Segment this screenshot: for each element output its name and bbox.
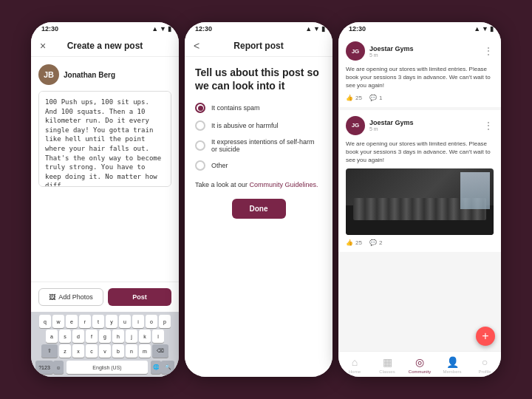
feed-post-text-1: We are opening our stores with limited e…	[346, 65, 494, 90]
members-icon: 👤	[446, 356, 459, 368]
like-count-1: 25	[355, 95, 362, 101]
radio-option-abusive[interactable]: It is abusive or harmful	[195, 120, 322, 131]
like-count-2: 25	[355, 239, 362, 246]
nav-community-label: Community	[409, 369, 431, 374]
back-icon[interactable]: <	[194, 40, 207, 52]
nav-members[interactable]: 👤 Members	[436, 356, 468, 374]
community-guidelines-link[interactable]: Community Guidelines.	[250, 181, 318, 188]
radio-selfharm-label: It expresses intentions of self-harm or …	[211, 138, 322, 153]
key-k[interactable]: k	[139, 330, 151, 343]
radio-option-spam[interactable]: It contains spam	[195, 103, 322, 113]
key-a[interactable]: a	[46, 330, 58, 343]
image-icon: 🖼	[49, 293, 55, 301]
post-textarea[interactable]: 100 Push ups, 100 sit ups. And 100 squat…	[38, 91, 171, 187]
feed-scroll: JG Joestar Gyms 5 m ⋮ We are opening our…	[338, 35, 501, 351]
radio-abusive-label: It is abusive or harmful	[211, 122, 279, 129]
key-c[interactable]: c	[86, 344, 98, 358]
add-photos-button[interactable]: 🖼 Add Photos	[38, 288, 103, 306]
community-icon: ◎	[415, 356, 424, 368]
create-post-title: Create a new post	[53, 41, 157, 51]
key-t[interactable]: t	[92, 315, 104, 328]
wifi-icon-3: ▼	[482, 25, 488, 33]
more-options-icon-1[interactable]: ⋮	[483, 45, 494, 57]
phone-report-post: 12:30 ▲ ▼ ▮ < Report post Tell us about …	[185, 22, 332, 377]
radio-option-selfharm[interactable]: It expresses intentions of self-harm or …	[195, 138, 322, 153]
key-e[interactable]: e	[66, 315, 78, 328]
nav-home[interactable]: ⌂ Home	[338, 356, 371, 374]
radio-spam-inner	[198, 106, 203, 111]
battery-icon-3: ▮	[490, 25, 494, 33]
like-button-2[interactable]: 👍 25	[346, 239, 362, 246]
key-d[interactable]: d	[72, 330, 84, 343]
close-icon[interactable]: ×	[40, 40, 53, 52]
report-post-header: < Report post	[185, 35, 332, 57]
status-time-2: 12:30	[195, 25, 212, 33]
key-m[interactable]: m	[139, 344, 151, 358]
fab-button[interactable]: +	[476, 327, 495, 346]
nav-community[interactable]: ◎ Community	[403, 356, 436, 374]
key-o[interactable]: o	[146, 315, 157, 328]
key-q[interactable]: q	[39, 315, 51, 328]
comment-count-2: 2	[379, 239, 382, 246]
key-backspace[interactable]: ⌫	[152, 344, 168, 358]
key-g[interactable]: g	[99, 330, 111, 343]
key-shift[interactable]: ⇧	[41, 344, 58, 358]
key-z[interactable]: z	[59, 344, 71, 358]
comment-button-1[interactable]: 💬 1	[369, 95, 382, 101]
key-w[interactable]: w	[52, 315, 64, 328]
key-l[interactable]: l	[152, 330, 164, 343]
key-search[interactable]: 🔍	[161, 361, 174, 374]
key-v[interactable]: v	[99, 344, 111, 358]
status-time-3: 12:30	[349, 25, 366, 33]
feed-post-actions-2: 👍 25 💬 2	[346, 239, 494, 246]
like-button-1[interactable]: 👍 25	[346, 95, 362, 101]
feed-post-meta-1: Joestar Gyms 5 m	[369, 45, 479, 58]
profile-icon: ○	[482, 356, 488, 368]
like-icon-2: 👍	[346, 239, 353, 246]
radio-abusive-circle	[195, 120, 205, 131]
feed-post-2: JG Joestar Gyms 5 m ⋮ We are opening our…	[338, 110, 501, 253]
key-p[interactable]: p	[159, 315, 171, 328]
key-space[interactable]: English (US)	[66, 361, 148, 374]
home-icon: ⌂	[352, 356, 358, 368]
key-numbers[interactable]: ?123	[35, 361, 53, 374]
key-y[interactable]: y	[106, 315, 117, 328]
key-i[interactable]: i	[132, 315, 144, 328]
create-post-header: × Create a new post	[31, 35, 179, 57]
post-button[interactable]: Post	[108, 288, 171, 306]
key-x[interactable]: x	[72, 344, 84, 358]
post-username: Jonathan Berg	[64, 71, 115, 79]
key-globe[interactable]: 🌐	[151, 361, 161, 374]
radio-other-circle	[195, 160, 205, 171]
comment-button-2[interactable]: 💬 2	[369, 239, 382, 246]
key-n[interactable]: n	[126, 344, 137, 358]
nav-profile[interactable]: ○ Profile	[468, 356, 501, 374]
radio-selfharm-circle	[195, 140, 205, 151]
done-button[interactable]: Done	[232, 199, 286, 219]
wifi-icon: ▼	[160, 25, 166, 33]
radio-spam-label: It contains spam	[211, 104, 260, 112]
nav-home-label: Home	[349, 369, 361, 374]
key-h[interactable]: h	[112, 330, 124, 343]
key-f[interactable]: f	[86, 330, 98, 343]
feed-post-image-2	[346, 168, 494, 235]
feed-post-1: JG Joestar Gyms 5 m ⋮ We are opening our…	[338, 35, 501, 107]
key-s[interactable]: s	[59, 330, 71, 343]
key-b[interactable]: b	[112, 344, 124, 358]
key-emoji[interactable]: ☺	[53, 361, 64, 374]
feed-avatar-1: JG	[346, 41, 365, 61]
key-u[interactable]: u	[119, 315, 131, 328]
more-options-icon-2[interactable]: ⋮	[483, 120, 494, 132]
kb-row-2: a s d f g h j k l	[33, 330, 177, 343]
signal-icon: ▲	[151, 25, 158, 33]
feed-post-time-2: 5 m	[369, 126, 479, 132]
nav-profile-label: Profile	[478, 369, 491, 374]
key-j[interactable]: j	[126, 330, 137, 343]
report-post-title: Report post	[207, 41, 310, 51]
radio-option-other[interactable]: Other	[195, 160, 322, 171]
feed-post-actions-1: 👍 25 💬 1	[346, 95, 494, 101]
key-r[interactable]: r	[79, 315, 91, 328]
avatar: JB	[38, 64, 59, 85]
nav-classes[interactable]: ▦ Classes	[371, 356, 403, 374]
comment-icon-2: 💬	[369, 239, 377, 246]
